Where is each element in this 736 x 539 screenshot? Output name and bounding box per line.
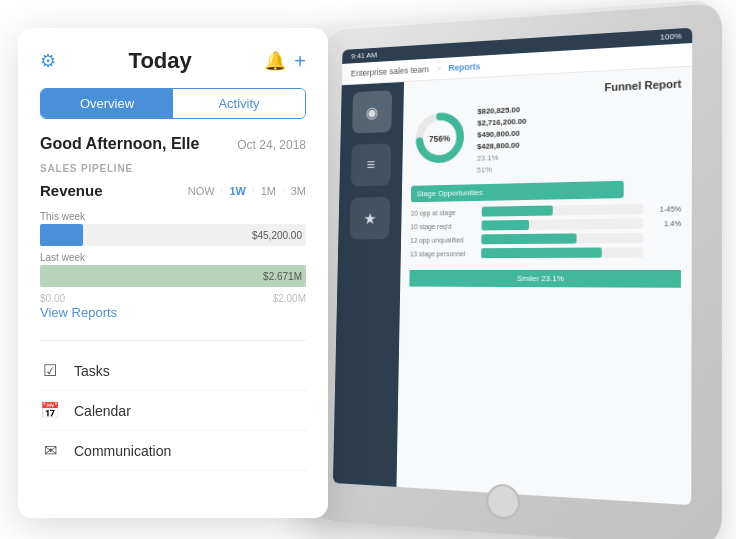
- thisweek-value: $45,200.00: [252, 230, 302, 241]
- thisweek-track: $45,200.00: [40, 224, 306, 246]
- bell-icon[interactable]: 🔔: [264, 50, 286, 72]
- ipad-row-val-1: 1-45%: [650, 205, 682, 213]
- ipad-row-bar-4: [481, 247, 643, 258]
- ipad-body: 9:41 AM 100% Enterprise sales team > Rep…: [307, 0, 722, 539]
- tasks-label: Tasks: [74, 363, 110, 379]
- axis-end: $2.00M: [273, 293, 306, 304]
- ipad-donut-row: 756% $820,825.00 $2,716,200.00 $490,800.…: [411, 98, 681, 176]
- ipad-report-row: 12 opp unqualified: [410, 232, 681, 244]
- ipad-row-fill-2: [482, 220, 529, 231]
- chart-area: This week $45,200.00 Last week $2.671M $…: [40, 207, 306, 297]
- menu-item-communication[interactable]: ✉ Communication: [40, 431, 306, 471]
- ipad-report-area: Funnel Report 756%: [396, 67, 692, 506]
- tab-activity[interactable]: Activity: [173, 89, 305, 118]
- ipad-row-fill-1: [482, 206, 553, 217]
- ipad-num-6: 51%: [477, 160, 682, 175]
- revenue-title: Revenue: [40, 182, 103, 199]
- ipad-row-bar-1: [482, 204, 644, 217]
- ipad-time: 9:41 AM: [351, 51, 377, 61]
- ipad-sidebar-item-1[interactable]: ◉: [352, 90, 392, 133]
- page-title: Today: [56, 48, 264, 74]
- ipad-row-val-2: 1.4%: [649, 219, 681, 227]
- lastweek-bar-row: Last week $2.671M: [40, 252, 306, 287]
- ipad-sidebar-item-3[interactable]: ★: [350, 197, 390, 240]
- revenue-header: Revenue NOW · 1W · 1M · 3M: [40, 182, 306, 199]
- ipad-row-fill-3: [481, 233, 576, 244]
- lastweek-label: Last week: [40, 252, 306, 263]
- view-reports-link[interactable]: View Reports: [40, 305, 306, 320]
- ipad-row-label-4: 13 stage personnel: [410, 250, 476, 257]
- calendar-icon: 📅: [40, 401, 60, 420]
- tab-overview[interactable]: Overview: [41, 89, 173, 118]
- ipad-row-label-2: 10 stage req'd: [410, 222, 476, 230]
- ipad-row-label-1: 10 opp at stage: [411, 208, 476, 216]
- calendar-label: Calendar: [74, 403, 131, 419]
- ipad-bottom-bar: Smiler 23.1%: [409, 270, 681, 288]
- ipad-numbers: $820,825.00 $2,716,200.00 $490,800.00 $4…: [477, 98, 682, 175]
- ipad-green-bar: Stage Opportunities: [411, 181, 624, 202]
- chart-icon: ◉: [366, 103, 379, 121]
- thisweek-label: This week: [40, 211, 306, 222]
- ipad-donut-chart: 756%: [412, 108, 469, 168]
- axis-start: $0.00: [40, 293, 65, 304]
- fp-greeting-row: Good Afternoon, Elle Oct 24, 2018: [40, 135, 306, 153]
- greeting-text: Good Afternoon, Elle: [40, 135, 199, 153]
- list-icon: ≡: [367, 156, 376, 173]
- scene: 9:41 AM 100% Enterprise sales team > Rep…: [0, 0, 736, 539]
- ipad-row-fill-4: [481, 247, 601, 258]
- communication-label: Communication: [74, 443, 171, 459]
- ipad-row-bar-2: [482, 218, 644, 230]
- ipad-screen: 9:41 AM 100% Enterprise sales team > Rep…: [333, 28, 692, 505]
- divider: [40, 340, 306, 341]
- lastweek-track: $2.671M: [40, 265, 306, 287]
- ipad-sidebar: ◉ ≡ ★: [333, 82, 404, 487]
- ipad-report-row: 13 stage personnel: [410, 247, 681, 258]
- communication-icon: ✉: [40, 441, 60, 460]
- fp-header: ⚙ Today 🔔 +: [40, 48, 306, 74]
- front-panel: ⚙ Today 🔔 + Overview Activity Good After…: [18, 28, 328, 518]
- menu-item-tasks[interactable]: ☑ Tasks: [40, 351, 306, 391]
- ipad-content: 9:41 AM 100% Enterprise sales team > Rep…: [333, 28, 692, 505]
- star-icon: ★: [363, 209, 376, 227]
- thisweek-fill: [40, 224, 83, 246]
- lastweek-value: $2.671M: [263, 271, 302, 282]
- pipeline-label: SALES PIPELINE: [40, 163, 306, 174]
- bar-group: This week $45,200.00 Last week $2.671M: [40, 207, 306, 291]
- menu-item-calendar[interactable]: 📅 Calendar: [40, 391, 306, 431]
- fp-tabs: Overview Activity: [40, 88, 306, 119]
- ipad-nav-current: Reports: [448, 61, 480, 72]
- date-text: Oct 24, 2018: [237, 138, 306, 152]
- time-filters: NOW · 1W · 1M · 3M: [188, 185, 306, 197]
- ipad-row-bar-3: [481, 233, 643, 244]
- filter-3m[interactable]: 3M: [291, 185, 306, 197]
- ipad-battery: 100%: [660, 31, 681, 41]
- plus-icon[interactable]: +: [294, 50, 306, 73]
- chart-axis: $0.00 $2.00M: [40, 293, 306, 304]
- ipad-sidebar-item-2[interactable]: ≡: [351, 143, 391, 186]
- ipad-report-rows: 10 opp at stage 1-45% 10 stage req'd: [410, 203, 681, 258]
- ipad-report-row: 10 opp at stage 1-45%: [411, 203, 682, 217]
- ipad-wrapper: 9:41 AM 100% Enterprise sales team > Rep…: [296, 10, 716, 530]
- filter-1w[interactable]: 1W: [229, 185, 246, 197]
- ipad-row-label-3: 12 opp unqualified: [410, 236, 476, 243]
- ipad-report-row: 10 stage req'd 1.4%: [410, 218, 681, 231]
- thisweek-bar-row: This week $45,200.00: [40, 211, 306, 246]
- tasks-icon: ☑: [40, 361, 60, 380]
- ipad-nav-sep: >: [436, 64, 441, 74]
- filter-1m[interactable]: 1M: [261, 185, 276, 197]
- ipad-nav-team: Enterprise sales team: [351, 64, 429, 78]
- ipad-main: ◉ ≡ ★ Funnel Report: [333, 67, 692, 506]
- svg-text:756%: 756%: [429, 133, 451, 144]
- filter-now[interactable]: NOW: [188, 185, 215, 197]
- settings-icon[interactable]: ⚙: [40, 50, 56, 72]
